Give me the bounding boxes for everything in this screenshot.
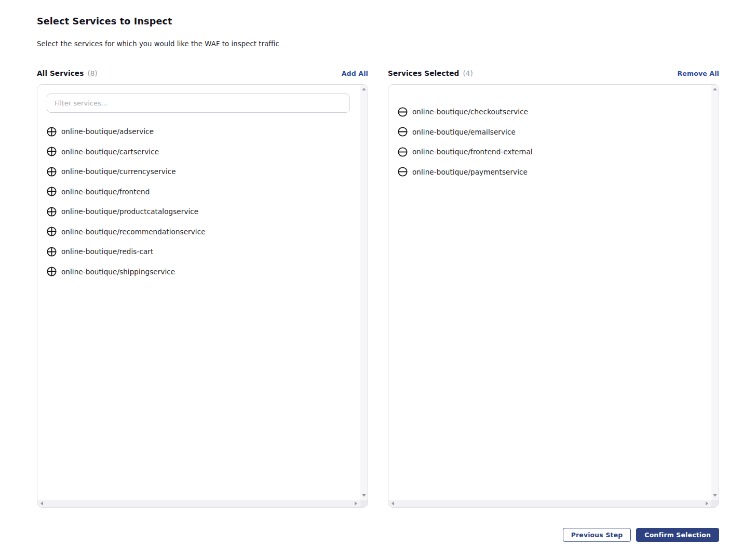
all-services-count: (8): [87, 69, 97, 77]
plus-circle-icon[interactable]: [47, 187, 57, 196]
scrollbar-corner: [711, 500, 719, 507]
plus-circle-icon[interactable]: [47, 147, 57, 156]
plus-circle-icon[interactable]: [47, 267, 57, 276]
list-item[interactable]: online-boutique/productcatalogservice: [47, 202, 350, 222]
selected-services-count: (4): [463, 69, 473, 77]
selected-services-panel: online-boutique/checkoutservice online-b…: [388, 84, 719, 508]
list-item[interactable]: online-boutique/cartservice: [47, 142, 350, 162]
list-item[interactable]: online-boutique/frontend-external: [398, 142, 701, 162]
list-item[interactable]: online-boutique/redis-cart: [47, 242, 350, 262]
confirm-selection-button[interactable]: Confirm Selection: [636, 528, 719, 542]
service-name: online-boutique/shippingservice: [61, 268, 175, 276]
list-item[interactable]: online-boutique/emailservice: [398, 122, 701, 142]
service-name: online-boutique/recommendationservice: [61, 228, 206, 236]
plus-circle-icon[interactable]: [47, 247, 57, 257]
scroll-left-arrow-icon[interactable]: [40, 501, 43, 506]
selected-services-list: online-boutique/checkoutservice online-b…: [398, 94, 701, 182]
scroll-right-arrow-icon[interactable]: [706, 501, 708, 506]
service-name: online-boutique/cartservice: [61, 148, 159, 156]
minus-circle-icon[interactable]: [398, 147, 408, 157]
selected-services-title: Services Selected: [388, 69, 459, 77]
minus-circle-icon[interactable]: [398, 167, 408, 177]
list-item[interactable]: online-boutique/paymentservice: [398, 162, 701, 182]
service-name: online-boutique/emailservice: [412, 128, 516, 136]
scroll-up-arrow-icon[interactable]: [362, 88, 366, 90]
list-item[interactable]: online-boutique/recommendationservice: [47, 222, 350, 242]
page: Select Services to Inspect Select the se…: [0, 0, 756, 542]
service-name: online-boutique/currencyservice: [61, 167, 176, 176]
page-subtitle: Select the services for which you would …: [37, 40, 719, 48]
scroll-down-arrow-icon[interactable]: [713, 494, 717, 497]
selected-services-column: Services Selected (4) Remove All online-…: [388, 69, 719, 508]
vertical-scrollbar[interactable]: [711, 85, 719, 500]
list-item[interactable]: online-boutique/shippingservice: [47, 262, 350, 282]
transfer-list: All Services (8) Add All online-boutique…: [37, 69, 719, 508]
all-services-title: All Services: [37, 69, 84, 77]
previous-step-button[interactable]: Previous Step: [563, 528, 631, 542]
service-name: online-boutique/checkoutservice: [412, 108, 528, 116]
footer-actions: Previous Step Confirm Selection: [37, 528, 719, 542]
plus-circle-icon[interactable]: [47, 227, 57, 236]
remove-all-link[interactable]: Remove All: [677, 70, 719, 77]
scroll-up-arrow-icon[interactable]: [713, 88, 717, 90]
all-services-list: online-boutique/adservice online-boutiqu…: [47, 122, 350, 282]
all-services-column: All Services (8) Add All online-boutique…: [37, 69, 368, 508]
horizontal-scrollbar[interactable]: [37, 500, 360, 507]
service-name: online-boutique/frontend-external: [412, 148, 533, 156]
list-item[interactable]: online-boutique/currencyservice: [47, 162, 350, 182]
add-all-link[interactable]: Add All: [342, 70, 368, 77]
service-name: online-boutique/productcatalogservice: [61, 207, 198, 216]
all-services-header: All Services (8) Add All: [37, 69, 368, 77]
plus-circle-icon[interactable]: [47, 207, 57, 217]
service-name: online-boutique/redis-cart: [61, 247, 153, 256]
all-services-panel: online-boutique/adservice online-boutiqu…: [37, 84, 368, 508]
scrollbar-corner: [360, 500, 368, 507]
filter-services-input[interactable]: [47, 94, 350, 113]
minus-circle-icon[interactable]: [398, 127, 408, 137]
list-item[interactable]: online-boutique/adservice: [47, 122, 350, 142]
service-name: online-boutique/adservice: [61, 127, 154, 136]
minus-circle-icon[interactable]: [398, 107, 408, 117]
scroll-left-arrow-icon[interactable]: [392, 501, 394, 506]
horizontal-scrollbar[interactable]: [388, 500, 711, 507]
list-item[interactable]: online-boutique/checkoutservice: [398, 102, 701, 122]
scroll-right-arrow-icon[interactable]: [355, 501, 357, 506]
service-name: online-boutique/paymentservice: [412, 168, 528, 176]
page-title: Select Services to Inspect: [37, 16, 719, 26]
service-name: online-boutique/frontend: [61, 188, 150, 196]
plus-circle-icon[interactable]: [47, 127, 57, 137]
scroll-down-arrow-icon[interactable]: [362, 494, 366, 497]
list-item[interactable]: online-boutique/frontend: [47, 182, 350, 202]
vertical-scrollbar[interactable]: [360, 85, 368, 500]
selected-services-header: Services Selected (4) Remove All: [388, 69, 719, 77]
plus-circle-icon[interactable]: [47, 167, 57, 177]
